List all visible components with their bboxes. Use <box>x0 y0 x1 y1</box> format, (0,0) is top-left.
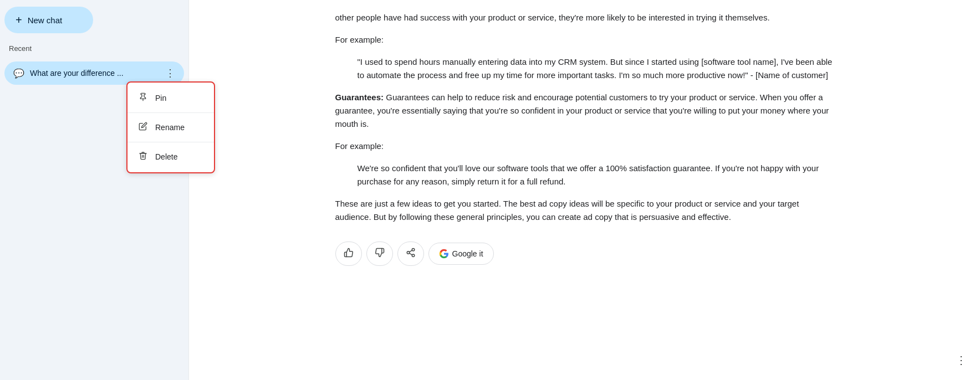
menu-divider-2 <box>127 142 214 142</box>
sidebar: + New chat Recent 💬 What are your differ… <box>0 0 188 380</box>
rename-icon <box>139 122 147 133</box>
paragraph-guarantees: Guarantees: Guarantees can help to reduc… <box>335 91 834 131</box>
paragraph-1: other people have had success with your … <box>335 11 834 24</box>
recent-label: Recent <box>4 44 184 53</box>
for-example-1: For example: <box>335 33 834 47</box>
chat-item[interactable]: 💬 What are your difference ... ⋮ Pin <box>4 61 184 85</box>
rename-label: Rename <box>155 123 185 132</box>
action-bar: Google it <box>335 242 834 266</box>
svg-line-5 <box>409 250 412 252</box>
thumbs-down-icon <box>375 248 385 260</box>
delete-menu-item[interactable]: Delete <box>127 145 214 169</box>
plus-icon: + <box>16 14 22 25</box>
rename-menu-item[interactable]: Rename <box>127 115 214 140</box>
guarantees-bold: Guarantees: <box>335 93 384 102</box>
blockquote-1: "I used to spend hours manually entering… <box>358 55 834 82</box>
content-body: other people have had success with your … <box>335 0 834 310</box>
thumbs-down-button[interactable] <box>366 242 393 266</box>
for-example-2: For example: <box>335 140 834 153</box>
share-icon <box>406 248 416 260</box>
new-chat-button[interactable]: + New chat <box>4 7 93 33</box>
delete-icon <box>139 151 147 162</box>
delete-label: Delete <box>155 152 177 161</box>
google-it-button[interactable]: Google it <box>428 243 494 265</box>
guarantees-text: Guarantees can help to reduce risk and e… <box>335 93 829 129</box>
thumbs-up-button[interactable] <box>335 242 362 266</box>
thumbs-up-icon <box>344 248 354 260</box>
google-g-icon <box>439 249 449 259</box>
menu-divider-1 <box>127 112 214 113</box>
new-chat-label: New chat <box>28 16 63 25</box>
pin-label: Pin <box>155 94 166 102</box>
chat-more-button[interactable]: ⋮ <box>163 67 177 79</box>
chat-bubble-icon: 💬 <box>13 68 24 79</box>
context-menu: Pin Rename <box>126 81 215 173</box>
blockquote-2: We're so confident that you'll love our … <box>358 162 834 188</box>
google-it-label: Google it <box>452 249 483 258</box>
paragraph-conclusion: These are just a few ideas to get you st… <box>335 197 834 224</box>
pin-menu-item[interactable]: Pin <box>127 86 214 110</box>
share-button[interactable] <box>397 242 424 266</box>
pin-icon <box>139 93 147 104</box>
response-more-button[interactable]: ⋮ <box>956 353 967 367</box>
main-content: other people have had success with your … <box>189 0 980 380</box>
chat-item-left: 💬 What are your difference ... <box>13 68 163 79</box>
svg-line-4 <box>409 253 412 255</box>
chat-item-text: What are your difference ... <box>30 69 124 78</box>
